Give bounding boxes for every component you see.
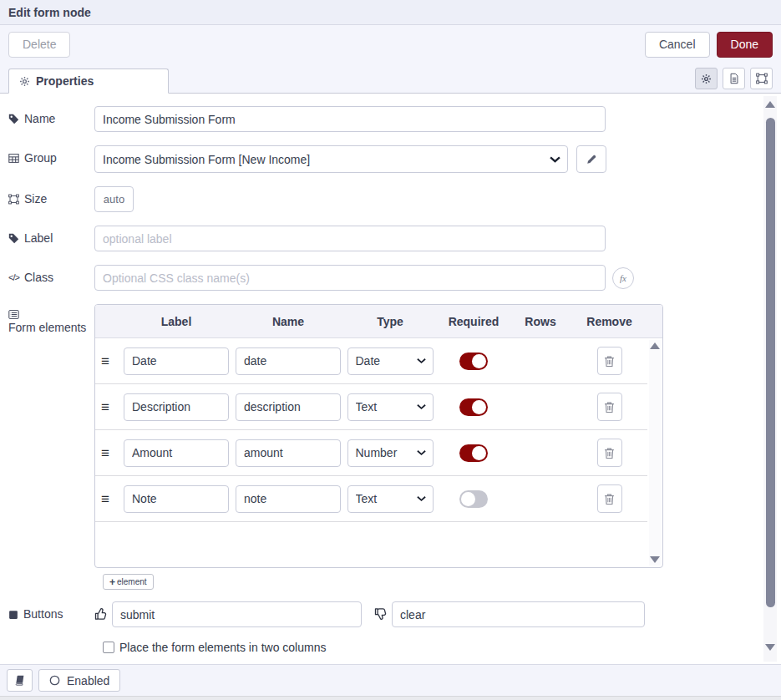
form-elements-table: Label Name Type Required Rows Remove ≡ D… — [94, 304, 663, 568]
element-name-input[interactable] — [236, 393, 341, 421]
delete-element-button[interactable] — [597, 439, 622, 467]
header-name: Name — [232, 315, 344, 328]
workspace-edge — [0, 696, 781, 700]
appearance-view-button[interactable] — [750, 68, 773, 89]
element-type-select[interactable]: Text — [347, 393, 434, 421]
description-view-button[interactable] — [723, 68, 745, 89]
element-name-input[interactable] — [236, 485, 341, 513]
header-remove: Remove — [570, 315, 649, 328]
form-elements-table-header: Label Name Type Required Rows Remove — [95, 305, 662, 338]
done-button[interactable]: Done — [717, 32, 773, 58]
tab-action-buttons — [695, 68, 773, 89]
drag-handle-icon[interactable]: ≡ — [101, 354, 109, 368]
scroll-down-icon[interactable] — [650, 556, 660, 563]
group-select[interactable]: Income Submission Form [New Income] — [94, 145, 568, 173]
node-help-button[interactable] — [7, 669, 33, 692]
thumbs-down-icon — [374, 607, 388, 621]
object-group-icon — [8, 194, 19, 205]
two-columns-checkbox[interactable] — [103, 642, 114, 653]
dialog-footer: Enabled — [0, 664, 781, 696]
element-label-input[interactable] — [124, 439, 229, 467]
dialog-title: Edit form node — [8, 6, 91, 19]
name-label-text: Name — [24, 111, 55, 127]
header-type: Type — [344, 315, 436, 328]
element-type-select[interactable]: Number — [347, 439, 434, 467]
element-label-input[interactable] — [124, 485, 229, 513]
file-text-icon — [728, 73, 740, 84]
drag-handle-icon[interactable]: ≡ — [101, 446, 109, 460]
element-label-input[interactable] — [124, 393, 229, 421]
form-elements-label: Form elements — [8, 304, 94, 336]
thumbs-up-icon — [94, 607, 108, 621]
delete-button[interactable]: Delete — [8, 32, 70, 58]
drag-handle-icon[interactable]: ≡ — [101, 400, 109, 414]
class-label-text: Class — [24, 270, 53, 286]
submit-button-input[interactable] — [112, 601, 362, 627]
header-rows: Rows — [511, 315, 570, 328]
scrollbar-thumb[interactable] — [766, 118, 775, 607]
gear-icon — [701, 74, 712, 84]
circle-icon — [49, 675, 60, 686]
tab-properties[interactable]: Properties — [8, 68, 169, 94]
clear-button-input[interactable] — [392, 601, 645, 627]
panel-scrollbar[interactable] — [763, 96, 777, 662]
class-input[interactable] — [94, 265, 606, 291]
table-icon — [8, 153, 19, 164]
table-scrollbar[interactable] — [649, 340, 661, 566]
size-label-text: Size — [24, 191, 47, 207]
editor-tab-bar: Properties — [0, 63, 781, 94]
list-alt-icon — [8, 309, 19, 320]
required-toggle[interactable] — [459, 398, 488, 416]
gear-icon — [19, 76, 30, 87]
delete-element-button[interactable] — [597, 484, 622, 513]
group-label-text: Group — [24, 150, 57, 166]
edit-group-button[interactable] — [576, 145, 606, 173]
header-label: Label — [120, 315, 232, 328]
label-field-row: Label — [8, 226, 751, 251]
trash-icon — [604, 355, 615, 368]
label-input[interactable] — [94, 226, 606, 251]
form-elements-row: Form elements Label Name Type Required R… — [8, 304, 751, 568]
required-toggle[interactable] — [459, 444, 488, 462]
element-label-input[interactable] — [124, 347, 229, 375]
form-element-row: ≡ Text — [95, 384, 647, 430]
pencil-icon — [586, 154, 597, 165]
size-label: Size — [8, 186, 94, 207]
delete-element-button[interactable] — [597, 393, 622, 421]
required-toggle[interactable] — [459, 490, 488, 508]
buttons-field-row: Buttons — [8, 601, 751, 627]
buttons-label: Buttons — [8, 601, 94, 622]
element-type-select[interactable]: Text — [347, 485, 434, 513]
object-group-icon — [756, 73, 768, 84]
cancel-button[interactable]: Cancel — [645, 32, 710, 58]
element-type-select[interactable]: Date — [347, 347, 434, 375]
name-field-row: Name — [8, 106, 751, 132]
trash-icon — [604, 401, 615, 413]
name-label: Name — [8, 106, 94, 127]
form-elements-rows: ≡ Date — [95, 338, 662, 567]
header-required: Required — [436, 315, 511, 328]
code-icon: </> — [8, 270, 19, 286]
add-element-label: element — [117, 577, 147, 586]
element-name-input[interactable] — [236, 439, 341, 467]
name-input[interactable] — [94, 106, 606, 132]
group-label: Group — [8, 145, 94, 166]
size-auto-button[interactable]: auto — [94, 186, 134, 212]
class-field-row: </> Class fx — [8, 265, 751, 291]
add-element-button[interactable]: + element — [103, 574, 154, 590]
scroll-up-icon[interactable] — [650, 342, 660, 349]
scroll-up-icon[interactable] — [765, 101, 775, 108]
drag-handle-icon[interactable]: ≡ — [101, 492, 109, 506]
properties-view-button[interactable] — [695, 68, 718, 89]
fx-badge-icon: fx — [612, 267, 634, 289]
label-label: Label — [8, 226, 94, 246]
group-field-row: Group Income Submission Form [New Income… — [8, 145, 751, 173]
scroll-down-icon[interactable] — [765, 644, 775, 651]
required-toggle[interactable] — [459, 353, 488, 370]
two-columns-label: Place the form elements in two columns — [119, 641, 326, 654]
element-name-input[interactable] — [236, 347, 341, 375]
form-element-row: ≡ Text — [95, 476, 647, 522]
delete-element-button[interactable] — [597, 347, 622, 375]
label-label-text: Label — [24, 231, 53, 246]
node-enabled-button[interactable]: Enabled — [38, 669, 120, 692]
